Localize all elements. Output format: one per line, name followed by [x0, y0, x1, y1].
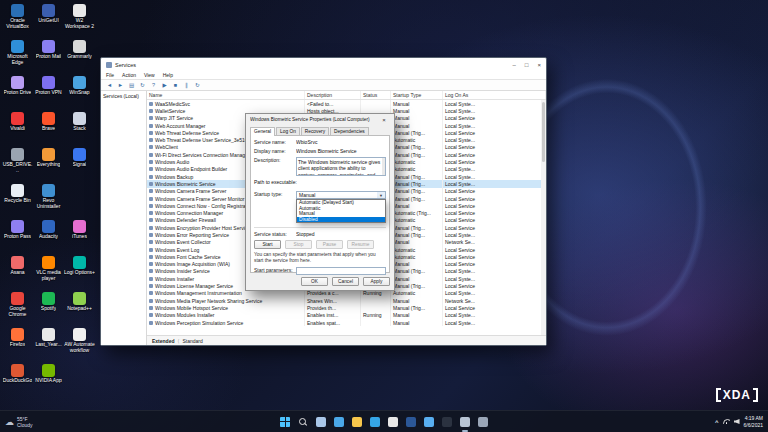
desktop-icon[interactable]: USB_DRIVE...	[2, 148, 33, 184]
desktop-icon[interactable]: Proton Pass	[2, 220, 33, 256]
desktop-icon[interactable]: Last_Year...	[33, 328, 64, 364]
column-header[interactable]: Description	[305, 91, 361, 99]
table-row[interactable]: Windows Modules InstallerEnables inst...…	[147, 312, 546, 319]
desktop-icon[interactable]: Everything	[33, 148, 64, 184]
services-local-node[interactable]: Services (Local)	[103, 93, 139, 99]
tab-standard[interactable]: Standard	[182, 338, 202, 344]
description-scrollbar[interactable]	[382, 158, 385, 175]
desktop-icon[interactable]: Audacity	[33, 220, 64, 256]
menu-help[interactable]: Help	[163, 72, 173, 78]
minimize-icon[interactable]: –	[513, 62, 516, 68]
file-explorer-icon[interactable]	[350, 415, 364, 429]
desktop-icon[interactable]: DuckDuckGo	[2, 364, 33, 400]
table-scrollbar[interactable]	[541, 100, 546, 335]
desktop-icon[interactable]: Spotify	[33, 292, 64, 328]
close-icon[interactable]: ×	[537, 62, 541, 68]
app-icon	[42, 40, 55, 53]
desktop-icon[interactable]: Proton VPN	[33, 76, 64, 112]
services-icon[interactable]	[458, 415, 472, 429]
scrollbar-thumb[interactable]	[542, 102, 545, 162]
dialog-tab-general[interactable]: General	[250, 127, 275, 136]
menu-file[interactable]: File	[106, 72, 114, 78]
volume-icon[interactable]	[734, 419, 740, 424]
dialog-tab-log-on[interactable]: Log On	[276, 127, 300, 135]
dialog-titlebar[interactable]: Windows Biometric Service Properties (Lo…	[246, 114, 394, 125]
tab-extended[interactable]: Extended	[152, 338, 175, 344]
pause-service-icon[interactable]: ∥	[183, 81, 190, 89]
apply-button[interactable]: Apply	[363, 277, 390, 286]
dialog-close-icon[interactable]: ×	[378, 115, 390, 124]
desktop-icon[interactable]: W2 Workspace 2	[64, 4, 95, 40]
dropdown-option[interactable]: Disabled	[297, 217, 385, 223]
startup-type-combobox[interactable]: Manual ▼	[296, 191, 386, 199]
restart-service-icon[interactable]: ↻	[194, 81, 201, 89]
table-row[interactable]: Windows Mobile Hotspot ServiceProvides t…	[147, 304, 546, 311]
desktop-icon[interactable]: Firefox	[2, 328, 33, 364]
column-header[interactable]: Name	[147, 91, 305, 99]
desktop-icon[interactable]: Brave	[33, 112, 64, 148]
start-parameters-input[interactable]	[296, 267, 386, 275]
desktop-icon[interactable]: Stack	[64, 112, 95, 148]
desktop-icon[interactable]: WinSnap	[64, 76, 95, 112]
back-icon[interactable]: ◄	[106, 81, 113, 89]
table-row[interactable]: Windows Media Player Network Sharing Ser…	[147, 297, 546, 304]
chrome-icon[interactable]	[386, 415, 400, 429]
desktop-icon[interactable]: iTunes	[64, 220, 95, 256]
desktop-icon[interactable]: Signal	[64, 148, 95, 184]
desktop-icon[interactable]: VLC media player	[33, 256, 64, 292]
dialog-tab-dependencies[interactable]: Dependencies	[330, 127, 369, 135]
word-icon[interactable]	[404, 415, 418, 429]
desktop-icon[interactable]: AW Automate workflow	[64, 328, 95, 364]
terminal-icon[interactable]	[440, 415, 454, 429]
services-titlebar[interactable]: Services – □ ×	[101, 58, 546, 71]
task-view-icon[interactable]	[314, 415, 328, 429]
stop-service-icon[interactable]: ■	[172, 81, 179, 89]
column-header[interactable]: Log On As	[443, 91, 546, 99]
desktop-icon[interactable]: Asana	[2, 256, 33, 292]
desktop-icon[interactable]: NVIDIA App	[33, 364, 64, 400]
wifi-icon[interactable]	[723, 419, 730, 424]
service-name-value: WbioSrvc	[296, 139, 386, 145]
refresh-icon[interactable]: ↻	[139, 81, 146, 89]
desktop-icon[interactable]: UniGetUI	[33, 4, 64, 40]
desktop-icon[interactable]: Recycle Bin	[2, 184, 33, 220]
edge-icon[interactable]	[368, 415, 382, 429]
description-box[interactable]: The Windows biometric service gives clie…	[296, 157, 386, 176]
help-icon[interactable]: ?	[150, 81, 157, 89]
desktop-icon[interactable]: Vivaldi	[2, 112, 33, 148]
desktop-icon[interactable]: Proton Mail	[33, 40, 64, 76]
chevron-up-icon[interactable]: ^	[715, 419, 719, 425]
dialog-tab-recovery[interactable]: Recovery	[301, 127, 329, 135]
start-icon[interactable]	[278, 415, 292, 429]
settings-icon[interactable]	[476, 415, 490, 429]
forward-icon[interactable]: ►	[117, 81, 124, 89]
search-icon[interactable]	[296, 415, 310, 429]
desktop-icon[interactable]: Notepad++	[64, 292, 95, 328]
menu-view[interactable]: View	[144, 72, 155, 78]
console-tree-pane[interactable]: Services (Local)	[101, 91, 147, 345]
table-row[interactable]: Windows Perception Simulation ServiceEna…	[147, 319, 546, 326]
ok-button[interactable]: OK	[301, 277, 328, 286]
desktop-icon-label: Proton VPN	[35, 90, 61, 96]
desktop-icon[interactable]: Grammarly	[64, 40, 95, 76]
table-row[interactable]: WaaSMedicSvc<Failed to...ManualLocal Sys…	[147, 100, 546, 107]
start-button[interactable]: Start	[254, 240, 281, 249]
chevron-down-icon[interactable]: ▼	[377, 192, 385, 198]
clock[interactable]: 4:19 AM 6/6/2021	[744, 415, 763, 428]
desktop-icon[interactable]: Proton Drive	[2, 76, 33, 112]
show-properties-icon[interactable]: ▤	[128, 81, 135, 89]
cancel-button[interactable]: Cancel	[332, 277, 359, 286]
desktop-icon[interactable]: Microsoft Edge	[2, 40, 33, 76]
maximize-icon[interactable]: □	[525, 62, 529, 68]
widgets-icon[interactable]	[332, 415, 346, 429]
column-header[interactable]: Status	[361, 91, 391, 99]
menu-action[interactable]: Action	[122, 72, 136, 78]
mail-icon[interactable]	[422, 415, 436, 429]
column-header[interactable]: Startup Type	[391, 91, 443, 99]
desktop-icon[interactable]: Oracle VirtualBox	[2, 4, 33, 40]
desktop-icon[interactable]: Google Chrome	[2, 292, 33, 328]
desktop-icon[interactable]: Revo Uninstaller	[33, 184, 64, 220]
weather-widget[interactable]: ☁ 55°F Cloudy	[5, 416, 33, 428]
desktop-icon[interactable]: Logi Options+	[64, 256, 95, 292]
start-service-icon[interactable]: ▶	[161, 81, 168, 89]
